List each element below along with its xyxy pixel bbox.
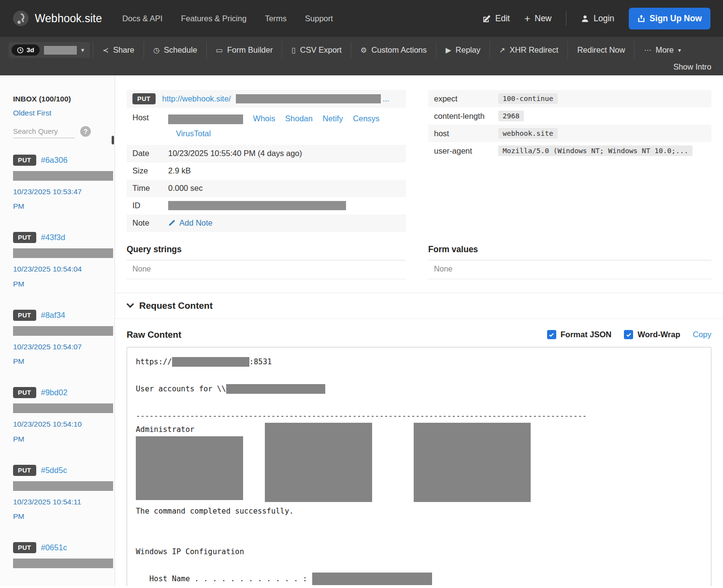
request-item-header: PUT #8af34: [13, 310, 115, 321]
host-lookup-link[interactable]: Shodan: [285, 114, 313, 123]
request-detail-section: PUT http://webhook.site/ ... Host Whois …: [127, 90, 711, 232]
method-badge: PUT: [13, 232, 36, 243]
nav-link[interactable]: Terms: [265, 14, 287, 23]
method-badge: PUT: [132, 93, 156, 104]
format-json-toggle[interactable]: Format JSON: [547, 330, 611, 339]
toolbar-item[interactable]: ⚙ Custom Actions: [351, 42, 436, 58]
nav-link[interactable]: Support: [305, 14, 333, 23]
host-lookup-link[interactable]: Censys: [353, 114, 379, 123]
redacted-request-url: [13, 481, 113, 491]
webhook-logo-icon: [13, 10, 29, 27]
date-row: Date 10/23/2025 10:55:40 PM (4 days ago): [127, 145, 406, 162]
sort-toggle-link[interactable]: Oldest First: [13, 109, 51, 117]
signup-button[interactable]: Sign Up Now: [629, 8, 710, 29]
toolbar-item[interactable]: ▯ CSV Export: [282, 42, 350, 58]
copy-button[interactable]: Copy: [693, 330, 711, 339]
request-list-item[interactable]: PUT #0651c: [13, 542, 115, 568]
login-button[interactable]: Login: [581, 14, 614, 24]
raw-line-hostname: Host Name . . . . . . . . . . . . :: [136, 572, 702, 586]
url-expiry-dropdown[interactable]: 3d ▾: [9, 42, 90, 58]
chevron-down-icon: [127, 300, 134, 308]
raw-text: ----------------------------------------…: [136, 412, 587, 420]
toolbar-item[interactable]: ▶ Replay: [436, 42, 490, 58]
format-json-checkbox[interactable]: [547, 330, 556, 339]
toolbar-item-icon: ▶: [446, 46, 451, 55]
word-wrap-toggle[interactable]: Word-Wrap: [624, 330, 680, 339]
nav-links: Docs & API Features & Pricing Terms Supp…: [122, 14, 333, 23]
time-row: Time 0.000 sec: [127, 180, 406, 197]
help-icon[interactable]: ?: [80, 126, 91, 137]
method-badge: PUT: [13, 387, 36, 398]
clock-icon: [17, 47, 24, 54]
request-date: 10/23/2025 10:53:47 PM: [13, 185, 90, 214]
header-name: content-length: [434, 112, 498, 121]
check-icon: [626, 332, 632, 338]
toolbar-item-label: Share: [113, 45, 134, 55]
show-intro-link[interactable]: Show Intro: [673, 62, 711, 72]
raw-text: Windows IP Configuration: [136, 547, 244, 556]
add-note-label: Add Note: [179, 218, 213, 228]
note-row: Note Add Note: [127, 215, 406, 232]
request-list-item[interactable]: PUT #6a306 10/23/2025 10:53:47 PM: [13, 155, 115, 214]
toolbar-item[interactable]: ◷ Schedule: [144, 42, 206, 58]
request-details-table: PUT http://webhook.site/ ... Host Whois …: [127, 90, 406, 232]
query-strings-empty: None: [127, 260, 406, 279]
word-wrap-checkbox[interactable]: [624, 330, 633, 339]
size-row: Size 2.9 kB: [127, 162, 406, 180]
raw-text: :8531: [249, 358, 272, 366]
host-lookup-link[interactable]: VirusTotal: [176, 129, 211, 138]
header-value: webhook.site: [498, 128, 558, 139]
toolbar-item-icon: ⚙: [361, 46, 367, 55]
id-row: ID: [127, 197, 406, 215]
form-values-section: Form values None: [428, 244, 711, 279]
request-url-link[interactable]: http://webhook.site/: [162, 94, 231, 103]
raw-content-controls: Format JSON Word-Wrap Copy: [547, 330, 711, 339]
header-row: user-agent Mozilla/5.0 (Windows NT; Wind…: [428, 142, 711, 159]
login-label: Login: [593, 14, 614, 24]
toolbar-item-label: Replay: [456, 45, 480, 55]
raw-text: https://: [136, 358, 172, 366]
add-note-button[interactable]: Add Note: [168, 218, 213, 228]
format-json-label: Format JSON: [561, 330, 611, 339]
toolbar-item[interactable]: ▭ Form Builder: [206, 42, 282, 58]
request-date: 10/23/2025 10:54:04 PM: [13, 262, 90, 291]
navbar-actions: Edit + New Login Sign Up Now: [483, 8, 710, 29]
toolbar-item[interactable]: Redirect Now: [567, 42, 634, 58]
redacted-address: [172, 357, 249, 367]
raw-text: User accounts for \\: [136, 385, 226, 393]
nav-link[interactable]: Features & Pricing: [181, 14, 246, 23]
request-list-item[interactable]: PUT #5dd5c 10/23/2025 10:54:11 PM: [13, 465, 115, 524]
header-row: host webhook.site: [428, 125, 711, 142]
request-id-link[interactable]: #6a306: [41, 156, 68, 165]
request-list-item[interactable]: PUT #8af34 10/23/2025 10:54:07 PM: [13, 310, 115, 369]
sidebar-scrollbar-thumb[interactable]: [112, 136, 114, 144]
request-list-item[interactable]: PUT #9bd02 10/23/2025 10:54:10 PM: [13, 387, 115, 446]
request-id-link[interactable]: #8af34: [41, 311, 65, 320]
toolbar-item[interactable]: ↗ XHR Redirect: [490, 42, 567, 58]
raw-text: The command completed successfully.: [136, 507, 294, 516]
size-label: Size: [132, 166, 168, 175]
toolbar-item[interactable]: ≺ Share: [93, 42, 144, 58]
raw-line-url: https://:8531: [136, 355, 702, 369]
request-content-toggle[interactable]: Request Content: [115, 293, 723, 319]
time-label: Time: [132, 184, 168, 193]
inbox-label: INBOX (100/100): [13, 95, 115, 103]
request-id-link[interactable]: #0651c: [41, 543, 67, 552]
edit-button[interactable]: Edit: [483, 14, 510, 24]
brand[interactable]: Webhook.site: [13, 10, 102, 27]
search-input[interactable]: [13, 125, 75, 138]
toolbar-item-label: More: [655, 45, 674, 55]
raw-line-ipconfig: Windows IP Configuration: [136, 545, 702, 559]
nav-link[interactable]: Docs & API: [122, 14, 162, 23]
raw-user-column: Administrator: [136, 423, 243, 500]
request-id-link[interactable]: #9bd02: [41, 388, 68, 397]
host-lookup-link[interactable]: Whois: [253, 114, 275, 123]
toolbar-item[interactable]: ⋯ More ▾: [634, 42, 690, 58]
header-row: content-length 2968: [428, 107, 711, 125]
new-button[interactable]: + New: [524, 14, 551, 24]
host-lookup-link[interactable]: Netify: [323, 114, 343, 123]
request-id-link[interactable]: #5dd5c: [41, 466, 67, 475]
request-id-link[interactable]: #43f3d: [41, 233, 65, 242]
request-list-item[interactable]: PUT #43f3d 10/23/2025 10:54:04 PM: [13, 232, 115, 291]
size-value: 2.9 kB: [168, 166, 400, 175]
